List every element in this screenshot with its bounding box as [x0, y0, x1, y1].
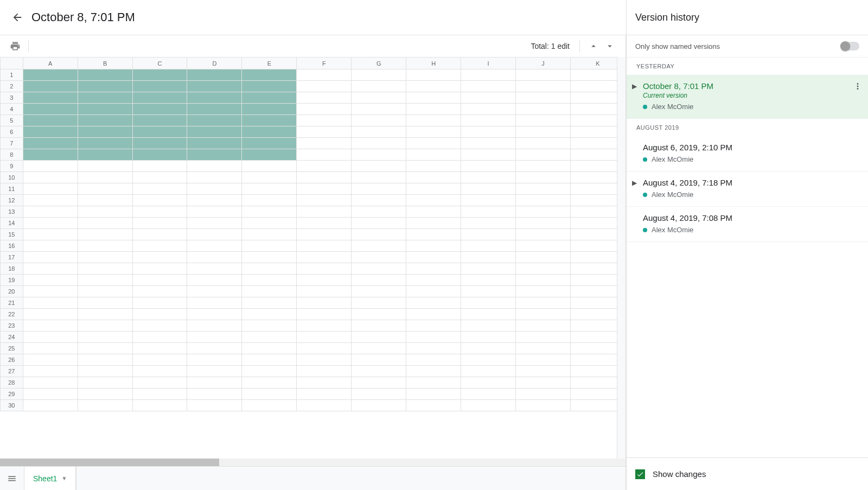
cell[interactable]	[23, 343, 78, 354]
cell[interactable]	[242, 366, 297, 377]
cell[interactable]	[406, 92, 461, 104]
cell[interactable]	[78, 183, 132, 195]
cell[interactable]	[23, 81, 78, 92]
cell[interactable]	[23, 252, 78, 263]
cell[interactable]	[461, 297, 516, 309]
cell[interactable]	[187, 320, 242, 332]
cell[interactable]	[23, 183, 78, 195]
expand-icon[interactable]: ▶	[632, 82, 637, 90]
cell[interactable]	[352, 309, 406, 320]
cell[interactable]	[297, 218, 352, 229]
horizontal-scrollbar[interactable]	[0, 459, 626, 466]
cell[interactable]	[461, 161, 516, 172]
cell[interactable]	[297, 195, 352, 206]
cell[interactable]	[78, 161, 132, 172]
cell[interactable]	[352, 377, 406, 389]
cell[interactable]	[78, 320, 132, 332]
cell[interactable]	[352, 149, 406, 161]
cell[interactable]	[352, 161, 406, 172]
cell[interactable]	[132, 400, 187, 411]
column-header[interactable]: D	[187, 58, 242, 69]
cell[interactable]	[516, 149, 571, 161]
cell[interactable]	[516, 206, 571, 218]
cell[interactable]	[187, 389, 242, 400]
cell[interactable]	[23, 172, 78, 183]
cell[interactable]	[23, 297, 78, 309]
column-header[interactable]: A	[23, 58, 78, 69]
cell[interactable]	[23, 229, 78, 240]
cell[interactable]	[132, 354, 187, 366]
cell[interactable]	[461, 138, 516, 149]
cell[interactable]	[187, 115, 242, 126]
cell[interactable]	[132, 275, 187, 286]
cell[interactable]	[406, 206, 461, 218]
cell[interactable]	[132, 104, 187, 115]
row-header[interactable]: 16	[1, 240, 23, 252]
cell[interactable]	[242, 206, 297, 218]
cell[interactable]	[461, 69, 516, 81]
row-header[interactable]: 30	[1, 400, 23, 411]
cell[interactable]	[406, 354, 461, 366]
cell[interactable]	[352, 218, 406, 229]
cell[interactable]	[132, 149, 187, 161]
cell[interactable]	[242, 389, 297, 400]
cell[interactable]	[516, 81, 571, 92]
cell[interactable]	[132, 183, 187, 195]
column-header[interactable]: I	[461, 58, 516, 69]
cell[interactable]	[242, 229, 297, 240]
cell[interactable]	[406, 343, 461, 354]
cell[interactable]	[352, 138, 406, 149]
row-header[interactable]: 22	[1, 309, 23, 320]
cell[interactable]	[242, 286, 297, 297]
row-header[interactable]: 10	[1, 172, 23, 183]
cell[interactable]	[132, 297, 187, 309]
cell[interactable]	[132, 240, 187, 252]
cell[interactable]	[406, 400, 461, 411]
row-header[interactable]: 20	[1, 286, 23, 297]
row-header[interactable]: 25	[1, 343, 23, 354]
cell[interactable]	[78, 104, 132, 115]
cell[interactable]	[352, 183, 406, 195]
cell[interactable]	[516, 309, 571, 320]
cell[interactable]	[78, 172, 132, 183]
cell[interactable]	[406, 297, 461, 309]
cell[interactable]	[461, 172, 516, 183]
show-changes-checkbox[interactable]	[635, 469, 645, 479]
cell[interactable]	[352, 172, 406, 183]
cell[interactable]	[297, 263, 352, 275]
cell[interactable]	[23, 240, 78, 252]
cell[interactable]	[352, 297, 406, 309]
cell[interactable]	[406, 218, 461, 229]
cell[interactable]	[242, 69, 297, 81]
cell[interactable]	[242, 320, 297, 332]
row-header[interactable]: 14	[1, 218, 23, 229]
cell[interactable]	[242, 92, 297, 104]
column-header[interactable]: G	[352, 58, 406, 69]
cell[interactable]	[242, 218, 297, 229]
column-header[interactable]: H	[406, 58, 461, 69]
cell[interactable]	[187, 263, 242, 275]
cell[interactable]	[132, 286, 187, 297]
cell[interactable]	[187, 377, 242, 389]
cell[interactable]	[461, 195, 516, 206]
cell[interactable]	[23, 377, 78, 389]
row-header[interactable]: 1	[1, 69, 23, 81]
cell[interactable]	[516, 297, 571, 309]
cell[interactable]	[406, 240, 461, 252]
cell[interactable]	[297, 229, 352, 240]
row-header[interactable]: 17	[1, 252, 23, 263]
cell[interactable]	[23, 69, 78, 81]
cell[interactable]	[516, 389, 571, 400]
cell[interactable]	[242, 263, 297, 275]
cell[interactable]	[516, 354, 571, 366]
cell[interactable]	[352, 240, 406, 252]
prev-edit-button[interactable]	[585, 39, 602, 53]
row-header[interactable]: 8	[1, 149, 23, 161]
cell[interactable]	[406, 309, 461, 320]
cell[interactable]	[406, 183, 461, 195]
cell[interactable]	[352, 366, 406, 377]
cell[interactable]	[297, 366, 352, 377]
cell[interactable]	[187, 104, 242, 115]
horizontal-scrollbar-thumb[interactable]	[0, 459, 219, 466]
cell[interactable]	[461, 366, 516, 377]
